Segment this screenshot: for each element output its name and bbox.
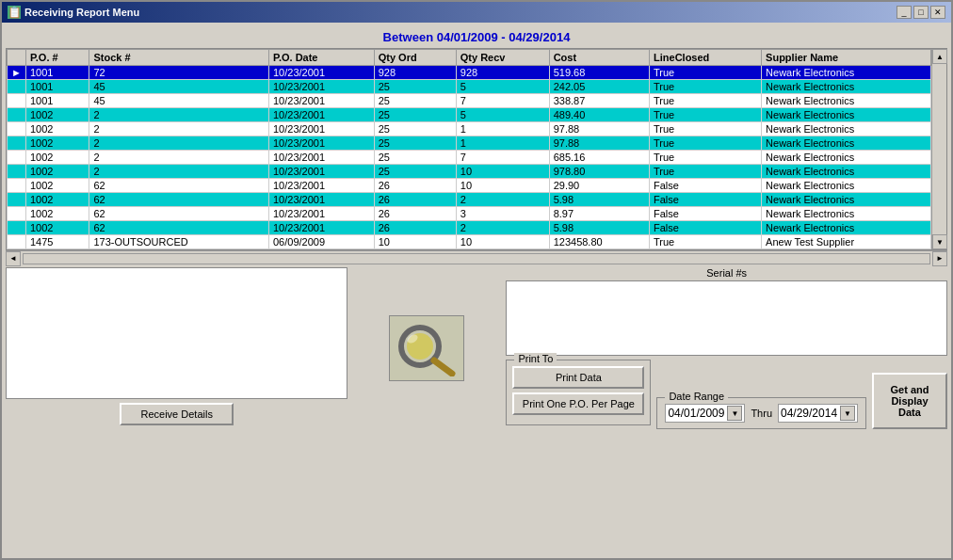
row-cost: 685.16 — [549, 151, 649, 165]
scroll-track[interactable] — [932, 64, 946, 234]
row-supplier: Newark Electronics — [762, 207, 931, 221]
table-row[interactable]: 10026210/23/20012638.97FalseNewark Elect… — [8, 207, 931, 221]
row-cost: 97.88 — [549, 122, 649, 136]
row-qty-recv: 10 — [456, 165, 549, 179]
thru-label: Thru — [751, 408, 772, 419]
row-date: 10/23/2001 — [268, 122, 374, 136]
row-cost: 29.90 — [549, 179, 649, 193]
bottom-area: Receive Details — [6, 265, 947, 431]
magnifier-svg — [394, 320, 460, 376]
col-header-stock: Stock # — [89, 50, 269, 66]
row-cost: 123458.80 — [549, 235, 649, 249]
row-stock: 72 — [89, 66, 269, 80]
table-row[interactable]: 1002210/23/20012510978.80TrueNewark Elec… — [8, 165, 931, 179]
row-supplier: Newark Electronics — [762, 66, 931, 80]
row-qty-ord: 25 — [374, 94, 456, 108]
table-row[interactable]: 1002210/23/2001257685.16TrueNewark Elect… — [8, 151, 931, 165]
row-stock: 2 — [89, 136, 269, 151]
print-data-button[interactable]: Print Data — [512, 366, 644, 389]
date-to-value: 04/29/2014 — [781, 407, 837, 420]
row-po: 1002 — [25, 165, 89, 179]
print-group: Print To Print Data Print One P.O. Per P… — [506, 360, 651, 425]
middle-panel — [351, 267, 502, 429]
row-stock: 2 — [89, 122, 269, 136]
table-horizontal-scrollbar[interactable]: ◄ ► — [6, 250, 947, 265]
row-supplier: Newark Electronics — [762, 94, 931, 108]
bottom-controls: Print To Print Data Print One P.O. Per P… — [506, 356, 947, 429]
scroll-down-button[interactable]: ▼ — [932, 234, 947, 249]
row-po: 1002 — [25, 136, 89, 151]
row-closed: True — [650, 108, 762, 122]
table-row[interactable]: 1002210/23/200125197.88TrueNewark Electr… — [8, 136, 931, 151]
table-vertical-scrollbar[interactable]: ▲ ▼ — [931, 49, 946, 249]
serial-and-date-area: Serial #s — [506, 267, 947, 356]
row-closed: True — [650, 151, 762, 165]
row-arrow — [8, 221, 26, 235]
table-row[interactable]: ►10017210/23/2001928928519.68TrueNewark … — [8, 66, 931, 80]
row-arrow — [8, 108, 26, 122]
receive-details-button[interactable]: Receive Details — [120, 403, 233, 425]
scroll-up-button[interactable]: ▲ — [932, 49, 947, 64]
row-po: 1475 — [25, 235, 89, 249]
table-row[interactable]: 10026210/23/2001261029.90FalseNewark Ele… — [8, 179, 931, 193]
minimize-button[interactable]: _ — [896, 6, 912, 19]
row-supplier: Newark Electronics — [762, 165, 931, 179]
row-supplier: Newark Electronics — [762, 221, 931, 235]
table-row[interactable]: 1475173-OUTSOURCED06/09/20091010123458.8… — [8, 235, 931, 249]
date-range-group: Date Range 04/01/2009 ▼ Thru 04/29/2014 … — [656, 397, 866, 429]
date-to-input[interactable]: 04/29/2014 ▼ — [778, 404, 858, 423]
row-cost: 489.40 — [549, 108, 649, 122]
row-date: 10/23/2001 — [268, 66, 374, 80]
window-title: Receiving Report Menu — [24, 7, 139, 18]
table-row[interactable]: 10026210/23/20012625.98FalseNewark Elect… — [8, 193, 931, 207]
row-closed: True — [650, 80, 762, 94]
row-arrow — [8, 122, 26, 136]
col-header-arrow — [8, 50, 26, 66]
date-range-header: Between 04/01/2009 - 04/29/2014 — [6, 26, 947, 48]
row-qty-ord: 25 — [374, 80, 456, 94]
table-row[interactable]: 10026210/23/20012625.98FalseNewark Elect… — [8, 221, 931, 235]
date-from-dropdown[interactable]: ▼ — [727, 406, 742, 421]
scroll-right-button[interactable]: ► — [932, 251, 947, 266]
get-display-button[interactable]: Get andDisplayData — [872, 373, 947, 429]
row-closed: True — [650, 66, 762, 80]
row-closed: False — [650, 193, 762, 207]
row-po: 1002 — [25, 122, 89, 136]
maximize-button[interactable]: □ — [913, 6, 929, 19]
col-header-cost: Cost — [549, 50, 649, 66]
table-row[interactable]: 1002210/23/2001255489.40TrueNewark Elect… — [8, 108, 931, 122]
date-from-input[interactable]: 04/01/2009 ▼ — [665, 404, 745, 423]
print-one-per-page-button[interactable]: Print One P.O. Per Page — [512, 392, 644, 415]
title-bar-left: 📋 Receiving Report Menu — [8, 6, 139, 19]
table-row[interactable]: 10014510/23/2001257338.87TrueNewark Elec… — [8, 94, 931, 108]
title-bar: 📋 Receiving Report Menu _ □ ✕ — [2, 2, 951, 23]
left-panel: Receive Details — [6, 267, 347, 429]
h-scroll-track[interactable] — [23, 253, 930, 264]
close-button[interactable]: ✕ — [930, 6, 945, 19]
row-cost: 338.87 — [549, 94, 649, 108]
col-header-qty-recv: Qty Recv — [456, 50, 549, 66]
table-row[interactable]: 10014510/23/2001255242.05TrueNewark Elec… — [8, 80, 931, 94]
main-content: Between 04/01/2009 - 04/29/2014 P.O. # S… — [2, 23, 951, 558]
row-stock: 2 — [89, 165, 269, 179]
table-row[interactable]: 1002210/23/200125197.88TrueNewark Electr… — [8, 122, 931, 136]
col-header-supplier: Supplier Name — [762, 50, 931, 66]
row-qty-ord: 25 — [374, 165, 456, 179]
row-arrow — [8, 179, 26, 193]
row-qty-recv: 2 — [456, 193, 549, 207]
data-table-wrapper[interactable]: P.O. # Stock # P.O. Date Qty Ord Qty Rec… — [7, 49, 931, 249]
col-header-qty-ord: Qty Ord — [374, 50, 456, 66]
row-qty-ord: 25 — [374, 108, 456, 122]
row-arrow — [8, 193, 26, 207]
col-header-date: P.O. Date — [268, 50, 374, 66]
row-cost: 5.98 — [549, 221, 649, 235]
date-to-dropdown[interactable]: ▼ — [840, 406, 855, 421]
row-qty-ord: 26 — [374, 221, 456, 235]
col-header-closed: LineClosed — [650, 50, 762, 66]
row-stock: 62 — [89, 179, 269, 193]
row-cost: 97.88 — [549, 136, 649, 151]
row-date: 10/23/2001 — [268, 207, 374, 221]
row-cost: 5.98 — [549, 193, 649, 207]
scroll-left-button[interactable]: ◄ — [6, 251, 21, 266]
print-group-label: Print To — [514, 353, 557, 364]
